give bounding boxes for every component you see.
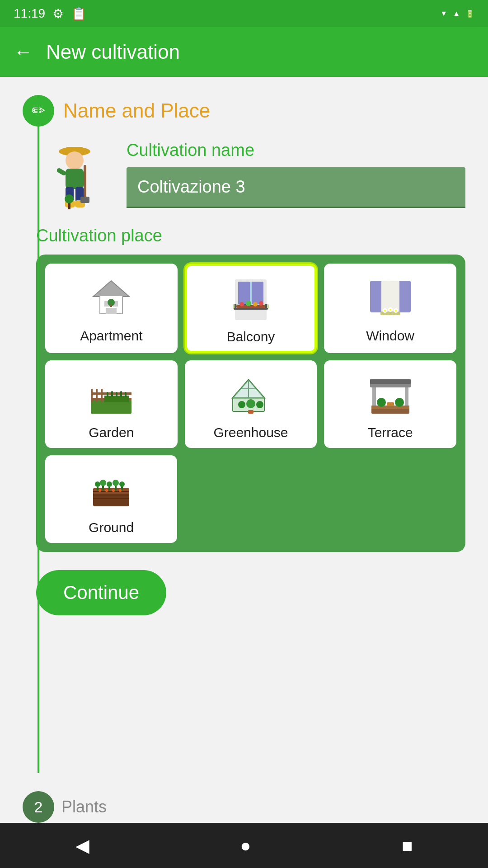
svg-point-90	[119, 481, 125, 487]
nav-back-button[interactable]: ◀	[75, 835, 89, 856]
nav-recents-button[interactable]: ■	[402, 835, 413, 856]
terrace-label: Terrace	[368, 425, 413, 440]
greenhouse-icon	[228, 371, 273, 420]
svg-point-82	[95, 481, 100, 487]
apartment-icon	[89, 274, 134, 324]
status-time: 11:19	[14, 6, 45, 21]
bottom-nav: ◀ ● ■	[0, 823, 488, 868]
svg-rect-56	[120, 391, 122, 397]
status-right: ▼ ▲ 🔋	[440, 9, 474, 18]
svg-rect-9	[84, 165, 86, 201]
balcony-label: Balcony	[227, 329, 275, 344]
place-items-grid: Apartment	[45, 264, 456, 448]
svg-rect-35	[370, 281, 383, 312]
svg-point-31	[239, 302, 244, 307]
svg-rect-49	[101, 389, 103, 402]
status-left: 11:19 ⚙ 📋	[14, 6, 87, 21]
main-content: ✏ Name and Place	[0, 77, 488, 823]
svg-rect-26	[235, 304, 236, 310]
battery-icon: 🔋	[465, 9, 474, 18]
cultivation-name-input[interactable]	[127, 167, 465, 208]
signal-icon: ▲	[453, 9, 460, 18]
apartment-label: Apartment	[80, 328, 142, 344]
svg-rect-48	[96, 389, 98, 402]
svg-point-12	[65, 194, 74, 203]
cultivation-place-grid: Apartment	[36, 255, 465, 552]
place-item-greenhouse[interactable]: Greenhouse	[185, 360, 317, 448]
svg-rect-66	[248, 410, 253, 414]
svg-rect-57	[125, 392, 127, 397]
svg-rect-19	[110, 304, 112, 307]
content-area: Cultivation name Cultivation place	[23, 136, 465, 615]
svg-rect-3	[66, 169, 84, 189]
svg-rect-10	[80, 197, 89, 203]
svg-point-64	[246, 399, 255, 408]
clipboard-icon: 📋	[71, 6, 87, 21]
window-icon	[368, 274, 413, 324]
svg-rect-54	[111, 391, 113, 397]
place-item-balcony[interactable]: Balcony	[185, 264, 317, 353]
nav-home-button[interactable]: ●	[240, 835, 251, 856]
continue-button[interactable]: Continue	[36, 570, 166, 615]
toolbar: ← New cultivation	[0, 27, 488, 77]
terrace-icon	[368, 371, 413, 420]
svg-point-92	[105, 489, 108, 492]
step-title: Name and Place	[63, 99, 210, 122]
svg-point-93	[112, 489, 115, 492]
step-line	[38, 104, 39, 773]
svg-rect-75	[387, 402, 394, 406]
place-item-ground[interactable]: Ground	[45, 455, 177, 543]
greenhouse-label: Greenhouse	[213, 425, 288, 440]
toolbar-title: New cultivation	[46, 41, 180, 63]
place-item-terrace[interactable]: Terrace	[324, 360, 456, 448]
svg-point-94	[119, 489, 122, 492]
back-button[interactable]: ←	[14, 41, 33, 63]
svg-point-65	[256, 401, 263, 408]
svg-point-32	[246, 301, 251, 306]
svg-rect-72	[371, 406, 409, 409]
svg-marker-62	[233, 380, 264, 398]
bottom-step-indicator: 2 Plants	[23, 791, 107, 823]
svg-point-63	[238, 401, 245, 408]
svg-point-86	[107, 481, 112, 487]
bottom-step-number: 2	[23, 791, 54, 823]
svg-rect-27	[265, 304, 267, 310]
garden-label: Garden	[89, 425, 134, 440]
cultivation-name-label: Cultivation name	[127, 141, 465, 160]
svg-point-88	[113, 480, 119, 486]
svg-marker-13	[93, 281, 129, 297]
svg-point-2	[66, 151, 84, 170]
cultivation-place-label: Cultivation place	[36, 226, 465, 245]
place-item-garden[interactable]: Garden	[45, 360, 178, 448]
svg-rect-25	[234, 308, 268, 310]
svg-point-44	[389, 309, 391, 311]
garden-icon	[89, 371, 134, 420]
place-item-window[interactable]: Window	[324, 264, 456, 353]
status-bar: 11:19 ⚙ 📋 ▼ ▲ 🔋	[0, 0, 488, 27]
bottom-step-label: Plants	[61, 797, 107, 816]
svg-rect-53	[107, 392, 108, 397]
svg-rect-38	[381, 281, 399, 294]
svg-rect-17	[106, 308, 117, 314]
cultivation-form: Cultivation name	[127, 141, 465, 208]
svg-point-84	[100, 480, 106, 486]
wifi-icon: ▼	[440, 9, 447, 18]
ground-label: Ground	[89, 520, 134, 535]
place-item-apartment[interactable]: Apartment	[45, 264, 178, 353]
svg-rect-70	[370, 379, 411, 384]
ground-icon	[89, 466, 134, 515]
svg-rect-55	[116, 392, 117, 397]
gardener-illustration	[36, 136, 113, 212]
svg-rect-36	[398, 281, 411, 312]
svg-point-34	[259, 301, 263, 306]
svg-point-43	[384, 310, 386, 311]
svg-point-33	[253, 302, 258, 307]
cultivation-name-row: Cultivation name	[36, 136, 465, 212]
gear-icon: ⚙	[52, 6, 64, 21]
balcony-icon	[228, 275, 273, 325]
window-label: Window	[366, 328, 414, 344]
step-header: ✏ Name and Place	[23, 95, 465, 127]
ground-row: Ground	[45, 455, 456, 543]
svg-point-45	[395, 310, 397, 311]
svg-point-73	[377, 398, 386, 407]
